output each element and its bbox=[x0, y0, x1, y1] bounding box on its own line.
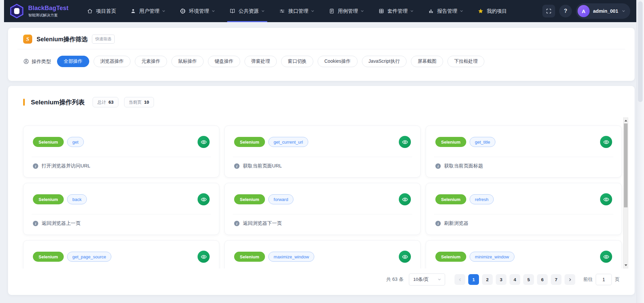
nav-item-6[interactable]: 用例管理 bbox=[322, 0, 371, 22]
filter-option-8[interactable]: Cookies操作 bbox=[318, 56, 358, 67]
operation-name-tag: maximize_window bbox=[268, 252, 314, 262]
chevron-down-icon bbox=[410, 9, 414, 13]
operation-name-tag: get bbox=[67, 137, 84, 147]
view-operation-button[interactable] bbox=[198, 136, 210, 148]
nav-item-9[interactable]: 我的项目 bbox=[471, 0, 514, 22]
nav-item-label: 用户管理 bbox=[139, 8, 159, 14]
gear-icon bbox=[180, 8, 186, 14]
divider bbox=[434, 214, 613, 214]
operation-description-row: i返回浏览器上一页 bbox=[33, 220, 210, 226]
filter-option-6[interactable]: 弹窗处理 bbox=[245, 56, 277, 67]
filter-option-1[interactable]: 全部操作 bbox=[57, 56, 89, 67]
stat-value: 10 bbox=[144, 100, 149, 105]
page-button-4[interactable]: 4 bbox=[509, 274, 520, 285]
grid-icon bbox=[378, 8, 384, 14]
divider bbox=[32, 214, 211, 214]
nav-item-label: 报告管理 bbox=[437, 8, 457, 14]
filter-option-11[interactable]: 下拉框处理 bbox=[447, 56, 484, 67]
scroll-down-arrow-icon[interactable] bbox=[624, 263, 628, 268]
username: admin_001 bbox=[593, 8, 618, 14]
operation-description-row: i获取当前页面URL bbox=[234, 163, 411, 169]
operation-card-header: Seleniumget_title bbox=[435, 136, 612, 148]
pagination-bar: 共 63 条 10条/页 1234567 前往 页 bbox=[23, 273, 620, 286]
view-operation-button[interactable] bbox=[198, 193, 210, 205]
operation-card: Seleniumget_current_urli获取当前页面URL bbox=[224, 125, 421, 178]
operation-card-header: Seleniumback bbox=[33, 193, 210, 205]
operation-name-tag: get_page_source bbox=[67, 252, 111, 262]
user-icon bbox=[130, 8, 136, 14]
framework-badge: Selenium bbox=[435, 137, 466, 147]
nav-item-3[interactable]: 环境管理 bbox=[173, 0, 222, 22]
info-icon: i bbox=[33, 221, 38, 226]
prev-page-button[interactable] bbox=[454, 274, 465, 285]
view-operation-button[interactable] bbox=[600, 251, 612, 263]
nav-item-label: 我的项目 bbox=[487, 8, 507, 14]
view-operation-button[interactable] bbox=[399, 136, 411, 148]
fullscreen-button[interactable] bbox=[542, 5, 555, 17]
chevron-down-icon bbox=[622, 9, 626, 13]
page-button-3[interactable]: 3 bbox=[496, 274, 506, 285]
operation-name-tag: forward bbox=[268, 194, 293, 204]
user-circle-icon bbox=[23, 58, 29, 64]
nav-item-label: 用例管理 bbox=[338, 8, 358, 14]
framework-badge: Selenium bbox=[234, 252, 265, 262]
filter-option-4[interactable]: 鼠标操作 bbox=[171, 56, 204, 67]
filter-option-3[interactable]: 元素操作 bbox=[135, 56, 167, 67]
filter-option-2[interactable]: 浏览器操作 bbox=[94, 56, 130, 67]
operation-name-tag: refresh bbox=[470, 194, 494, 204]
nav-item-2[interactable]: 用户管理 bbox=[123, 0, 173, 22]
browser-scrollbar[interactable] bbox=[636, 0, 644, 303]
filter-option-9[interactable]: JavaScript执行 bbox=[362, 56, 407, 67]
operation-description: 返回浏览器上一页 bbox=[42, 220, 80, 226]
inner-scrollbar[interactable] bbox=[623, 117, 628, 268]
total-count-text: 共 63 条 bbox=[386, 276, 404, 283]
info-icon: i bbox=[234, 221, 239, 226]
page-size-select[interactable]: 10条/页 bbox=[409, 273, 445, 286]
goto-page-input[interactable] bbox=[596, 274, 612, 285]
brand-logo-block[interactable]: BlackBagTest 智能测试解决方案 bbox=[9, 3, 68, 19]
scroll-up-arrow-icon[interactable] bbox=[624, 118, 628, 123]
operation-grid: Seleniumgeti打开浏览器并访问URLSeleniumget_curre… bbox=[23, 117, 622, 268]
nav-item-8[interactable]: 报告管理 bbox=[421, 0, 471, 22]
framework-badge: Selenium bbox=[234, 137, 265, 147]
eye-icon bbox=[201, 196, 207, 203]
star-icon bbox=[478, 8, 484, 14]
next-page-button[interactable] bbox=[565, 274, 575, 285]
nav-item-5[interactable]: 接口管理 bbox=[272, 0, 322, 22]
page-button-5[interactable]: 5 bbox=[523, 274, 534, 285]
view-operation-button[interactable] bbox=[600, 193, 612, 205]
stat-tag: 当前页10 bbox=[124, 97, 154, 107]
nav-item-label: 项目首页 bbox=[96, 8, 116, 14]
operation-card: Seleniumget_titlei获取当前页面标题 bbox=[426, 125, 622, 178]
filter-option-5[interactable]: 键盘操作 bbox=[208, 56, 240, 67]
help-button[interactable]: ? bbox=[559, 5, 572, 17]
filter-option-7[interactable]: 窗口切换 bbox=[281, 56, 313, 67]
view-operation-button[interactable] bbox=[198, 251, 210, 263]
operation-card-header: Seleniumforward bbox=[234, 193, 411, 205]
framework-badge: Selenium bbox=[435, 194, 466, 204]
nav-item-7[interactable]: 套件管理 bbox=[371, 0, 421, 22]
operation-card: Seleniumforwardi返回浏览器下一页 bbox=[224, 183, 421, 235]
page-button-7[interactable]: 7 bbox=[551, 274, 561, 285]
nav-item-1[interactable]: 项目首页 bbox=[80, 0, 123, 22]
browser-scrollbar-thumb[interactable] bbox=[638, 1, 643, 102]
page-button-1[interactable]: 1 bbox=[468, 274, 479, 285]
framework-badge: Selenium bbox=[33, 252, 64, 262]
nav-item-4[interactable]: 公共资源 bbox=[222, 0, 272, 22]
page-button-6[interactable]: 6 bbox=[537, 274, 548, 285]
view-operation-button[interactable] bbox=[600, 136, 612, 148]
eye-icon bbox=[402, 139, 408, 145]
divider bbox=[32, 157, 211, 157]
stat-label: 当前页 bbox=[129, 99, 142, 105]
chevron-down-icon bbox=[460, 9, 464, 13]
filter-card: S Selenium操作筛选 快速筛选 操作类型 全部操作浏览器操作元素操作鼠标… bbox=[8, 28, 635, 81]
scrollbar-thumb[interactable] bbox=[624, 123, 628, 207]
user-menu[interactable]: A admin_001 bbox=[576, 3, 630, 19]
top-nav: BlackBagTest 智能测试解决方案 项目首页用户管理环境管理公共资源接口… bbox=[4, 0, 636, 22]
view-operation-button[interactable] bbox=[399, 251, 411, 263]
filter-option-10[interactable]: 屏幕截图 bbox=[411, 56, 443, 67]
operation-card-header: Seleniumminimize_window bbox=[435, 251, 612, 263]
operation-card-header: Seleniumrefresh bbox=[435, 193, 612, 205]
page-button-2[interactable]: 2 bbox=[482, 274, 493, 285]
view-operation-button[interactable] bbox=[399, 193, 411, 205]
